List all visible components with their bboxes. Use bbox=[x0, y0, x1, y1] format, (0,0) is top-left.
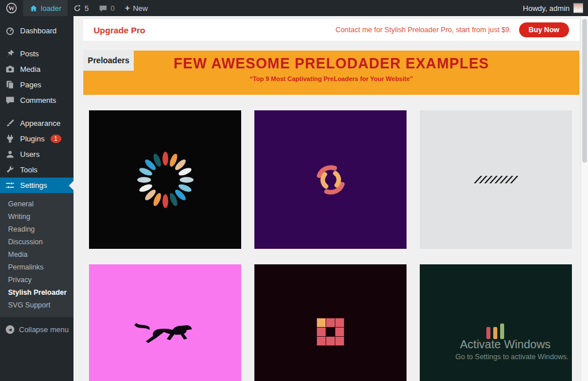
arc-spinner bbox=[311, 160, 350, 199]
tile-slash-loader bbox=[420, 110, 572, 249]
comments-link[interactable]: 0 bbox=[94, 0, 119, 16]
tile-arc-spinner bbox=[254, 110, 407, 249]
admin-bar: W loader 5 0 + New Howdy, admi bbox=[0, 0, 588, 16]
appearance-icon bbox=[5, 118, 15, 128]
update-count: 5 bbox=[84, 4, 88, 13]
sidebar-label: Users bbox=[20, 150, 40, 159]
submenu-item-stylish-preloader[interactable]: Stylish Preloader bbox=[0, 286, 74, 299]
main-content: Upgrade Pro Contact me for Stylish Prelo… bbox=[74, 16, 588, 381]
sidebar-item-comments[interactable]: Comments bbox=[0, 93, 74, 108]
plugins-update-badge: 1 bbox=[51, 134, 61, 143]
submenu-item-media[interactable]: Media bbox=[0, 248, 74, 261]
dashboard-icon bbox=[5, 26, 15, 36]
users-icon bbox=[5, 149, 15, 159]
panther-silhouette bbox=[131, 316, 200, 352]
sidebar-item-posts[interactable]: Posts bbox=[0, 46, 74, 61]
tile-panther-loader bbox=[89, 264, 241, 381]
sidebar-label: Appearance bbox=[20, 119, 60, 128]
grid-loader bbox=[317, 318, 344, 345]
sidebar-item-plugins[interactable]: Plugins 1 bbox=[0, 131, 74, 147]
submenu-item-writing[interactable]: Writing bbox=[0, 210, 74, 223]
plugin-icon bbox=[5, 134, 15, 144]
admin-sidebar: Dashboard Posts Media Pages Comments bbox=[0, 16, 74, 381]
submenu-item-general[interactable]: General bbox=[0, 198, 74, 210]
preloader-grid bbox=[89, 110, 572, 381]
banner-row: FEW AWESOME PRELODADER EXAMPLES “Top 9 M… bbox=[83, 51, 579, 95]
plus-icon: + bbox=[125, 3, 130, 12]
sidebar-item-appearance[interactable]: Appearance bbox=[0, 116, 74, 131]
new-label: New bbox=[133, 4, 148, 13]
svg-text:W: W bbox=[9, 5, 15, 11]
comments-icon bbox=[5, 95, 15, 105]
site-name-link[interactable]: loader bbox=[23, 0, 68, 16]
home-icon bbox=[29, 4, 38, 13]
site-name-label: loader bbox=[41, 4, 61, 13]
sidebar-item-settings[interactable]: Settings bbox=[0, 178, 74, 193]
updates-icon bbox=[73, 4, 82, 13]
pages-icon bbox=[5, 80, 15, 90]
tile-petal-spinner bbox=[89, 110, 241, 249]
wordpress-menu-button[interactable]: W bbox=[0, 0, 23, 16]
sidebar-label: Settings bbox=[20, 181, 47, 190]
scrollbar-thumb[interactable] bbox=[582, 19, 587, 163]
slash-loader bbox=[420, 176, 572, 183]
tile-bar-loader bbox=[420, 264, 572, 381]
examples-banner: FEW AWESOME PRELODADER EXAMPLES “Top 9 M… bbox=[83, 51, 579, 95]
submenu-item-discussion[interactable]: Discussion bbox=[0, 236, 74, 248]
sidebar-label: Posts bbox=[20, 49, 39, 58]
bar-orange bbox=[493, 327, 497, 339]
submenu-item-reading[interactable]: Reading bbox=[0, 223, 74, 236]
sidebar-label: Plugins bbox=[20, 134, 45, 143]
vertical-scrollbar bbox=[581, 16, 588, 381]
banner-subtitle: “Top 9 Most Captivating PreLoaders for Y… bbox=[83, 75, 579, 82]
collapse-arrow-icon: ◀ bbox=[6, 325, 14, 334]
submenu-item-svg-support[interactable]: SVG Support bbox=[0, 299, 74, 311]
tab-preloaders[interactable]: Preloaders bbox=[83, 50, 134, 71]
admin-bar-left: W loader 5 0 + New bbox=[0, 0, 153, 16]
sidebar-label: Media bbox=[20, 65, 40, 74]
bar-green bbox=[500, 324, 504, 339]
upgrade-message: Contact me for Stylish Preloader Pro, st… bbox=[335, 26, 511, 34]
sidebar-label: Comments bbox=[20, 96, 56, 105]
bar-loader bbox=[486, 324, 504, 339]
petal-spinner bbox=[89, 110, 241, 249]
submenu-item-privacy[interactable]: Privacy bbox=[0, 274, 74, 286]
admin-menu: Dashboard Posts Media Pages Comments bbox=[0, 16, 74, 334]
sidebar-label: Dashboard bbox=[20, 26, 57, 35]
wordpress-logo-icon: W bbox=[6, 2, 17, 14]
banner-title: FEW AWESOME PRELODADER EXAMPLES bbox=[83, 51, 579, 72]
tile-grid-loader bbox=[254, 264, 407, 381]
sidebar-item-pages[interactable]: Pages bbox=[0, 77, 74, 93]
tools-icon bbox=[5, 165, 15, 175]
comment-bubble-icon bbox=[99, 4, 107, 13]
sidebar-item-tools[interactable]: Tools bbox=[0, 162, 74, 178]
sidebar-label: Tools bbox=[20, 166, 37, 174]
howdy-label: Howdy, admin bbox=[523, 4, 570, 13]
collapse-menu-button[interactable]: ◀ Collapse menu bbox=[0, 325, 74, 334]
account-menu[interactable]: Howdy, admin bbox=[523, 3, 588, 13]
upgrade-pro-title: Upgrade Pro bbox=[94, 25, 145, 35]
avatar bbox=[574, 3, 583, 13]
settings-icon bbox=[5, 180, 15, 190]
comment-count: 0 bbox=[110, 4, 114, 13]
pin-icon bbox=[5, 49, 15, 59]
sidebar-item-users[interactable]: Users bbox=[0, 147, 74, 162]
bar-red bbox=[486, 327, 490, 339]
sidebar-item-dashboard[interactable]: Dashboard bbox=[0, 23, 74, 39]
updates-link[interactable]: 5 bbox=[68, 0, 94, 16]
upgrade-pro-bar: Upgrade Pro Contact me for Stylish Prelo… bbox=[83, 19, 579, 41]
sidebar-item-media[interactable]: Media bbox=[0, 61, 74, 77]
media-icon bbox=[5, 64, 15, 74]
new-content-button[interactable]: + New bbox=[120, 0, 153, 16]
submenu-item-permalinks[interactable]: Permalinks bbox=[0, 261, 74, 274]
settings-submenu: GeneralWritingReadingDiscussionMediaPerm… bbox=[0, 193, 74, 317]
buy-now-button[interactable]: Buy Now bbox=[519, 22, 569, 37]
collapse-label: Collapse menu bbox=[19, 325, 69, 334]
sidebar-label: Pages bbox=[20, 80, 41, 89]
